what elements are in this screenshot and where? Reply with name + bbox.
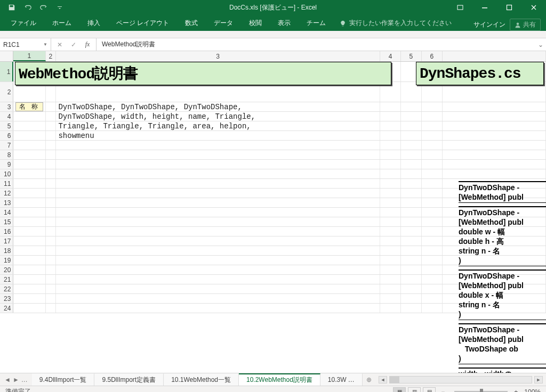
col-header[interactable]: 2 xyxy=(46,51,56,61)
zoom-handle[interactable] xyxy=(480,389,483,393)
name-box[interactable]: R1C1 ▼ xyxy=(0,38,51,51)
horizontal-scrollbar[interactable]: ◄ ► xyxy=(375,376,546,383)
tab-insert[interactable]: 挿入 xyxy=(80,15,108,31)
tab-team[interactable]: チーム xyxy=(299,15,333,31)
row-header[interactable]: 7 xyxy=(0,141,13,150)
tab-review[interactable]: 校閲 xyxy=(242,15,269,31)
row-header[interactable]: 12 xyxy=(0,189,13,198)
undo-icon[interactable] xyxy=(20,1,35,14)
row-header[interactable]: 18 xyxy=(0,246,13,255)
cell[interactable]: DynTwoDShape, DynTwoDShape, DynTwoDShape… xyxy=(56,102,380,111)
svg-rect-1 xyxy=(482,7,487,9)
row-header[interactable]: 24 xyxy=(0,304,13,313)
minimize-icon[interactable] xyxy=(472,0,497,15)
cell[interactable]: DynTwoDShape, width, height, name, Trian… xyxy=(56,112,380,121)
tab-page-layout[interactable]: ページ レイアウト xyxy=(109,15,176,31)
status-ready: 準備完了 xyxy=(5,387,31,392)
row-header[interactable]: 19 xyxy=(0,256,13,265)
row-header[interactable]: 1 xyxy=(0,62,13,81)
svg-rect-2 xyxy=(507,5,512,10)
row-header[interactable]: 3 xyxy=(0,102,13,111)
row-header[interactable]: 22 xyxy=(0,284,13,293)
row-header[interactable]: 20 xyxy=(0,265,13,274)
right-code-panel: DynTwoDShape - [WebMethod] publ DynTwoDS… xyxy=(459,181,546,373)
sheet-tabs: 9.4DllImport一覧 9.5DllImport定義書 10.1WebMe… xyxy=(32,373,363,386)
signin-link[interactable]: サインイン xyxy=(473,20,505,29)
scroll-thumb[interactable] xyxy=(390,377,399,383)
row-header[interactable]: 4 xyxy=(0,112,13,121)
fx-icon[interactable]: fx xyxy=(82,40,93,48)
nav-more-icon[interactable]: … xyxy=(21,376,28,383)
formula-input[interactable]: WebMethod説明書 xyxy=(97,38,535,51)
save-icon[interactable] xyxy=(4,1,19,14)
scroll-right-icon[interactable]: ► xyxy=(534,376,543,383)
view-page-layout-icon[interactable]: ▥ xyxy=(408,387,421,393)
scroll-track[interactable] xyxy=(389,376,532,383)
expand-formula-icon[interactable]: ⌄ xyxy=(535,38,546,51)
tab-formulas[interactable]: 数式 xyxy=(178,15,205,31)
col-header[interactable] xyxy=(443,51,546,61)
sheet-tab[interactable]: 10.2WebMethod説明書 xyxy=(239,373,320,386)
sheet-tab-strip: ◄ ► … 9.4DllImport一覧 9.5DllImport定義書 10.… xyxy=(0,373,546,386)
zoom-in-icon[interactable]: + xyxy=(514,388,518,393)
cell[interactable]: showmenu xyxy=(56,131,380,140)
sheet-nav: ◄ ► … xyxy=(0,376,32,383)
qat-customize-icon[interactable] xyxy=(52,1,67,14)
row-header[interactable]: 10 xyxy=(0,169,13,178)
row-header[interactable]: 17 xyxy=(0,236,13,246)
row-header[interactable]: 5 xyxy=(0,121,13,130)
row-header[interactable]: 2 xyxy=(0,82,13,102)
select-all-corner[interactable] xyxy=(0,51,13,61)
cell[interactable]: Triangle, Triangle, Triangle, area, help… xyxy=(56,121,380,130)
view-page-break-icon[interactable]: ▤ xyxy=(423,387,436,393)
svg-point-3 xyxy=(517,22,519,25)
confirm-icon[interactable]: ✓ xyxy=(68,41,79,48)
tab-home[interactable]: ホーム xyxy=(45,15,79,31)
row-header[interactable]: 14 xyxy=(0,208,13,217)
nav-prev-icon[interactable]: ◄ xyxy=(4,376,11,383)
sheet-tab[interactable]: 9.4DllImport一覧 xyxy=(32,373,95,386)
col-header[interactable]: 1 xyxy=(13,51,45,61)
row-header[interactable]: 23 xyxy=(0,294,13,303)
spreadsheet-grid[interactable]: 1 2 3 4 5 6 1 2 3名 称DynTwoDShape, DynTwo… xyxy=(0,51,546,373)
share-button[interactable]: 共有 xyxy=(510,19,541,31)
title-bar: DocCs.xls [保護ビュー] - Excel xyxy=(0,0,546,15)
status-bar: 準備完了 ▦ ▥ ▤ − + 100% xyxy=(0,386,546,392)
zoom-level[interactable]: 100% xyxy=(524,388,541,393)
sheet-tab[interactable]: 9.5DllImport定義書 xyxy=(94,373,164,386)
col-header[interactable]: 3 xyxy=(56,51,380,61)
label-box: 名 称 xyxy=(15,102,43,111)
col-header[interactable]: 4 xyxy=(380,51,401,61)
sheet-title-right: DynShapes.cs xyxy=(416,62,544,85)
tab-data[interactable]: データ xyxy=(206,15,240,31)
row-header[interactable]: 8 xyxy=(0,150,13,159)
chevron-down-icon[interactable]: ▼ xyxy=(43,42,47,47)
svg-rect-0 xyxy=(457,5,463,10)
tell-me-search[interactable]: 実行したい作業を入力してください xyxy=(334,15,457,31)
row-header[interactable]: 11 xyxy=(0,179,13,188)
tab-file[interactable]: ファイル xyxy=(3,15,44,31)
add-sheet-button[interactable]: ⊕ xyxy=(363,376,375,383)
nav-next-icon[interactable]: ► xyxy=(13,376,19,383)
redo-icon[interactable] xyxy=(36,1,51,14)
row-header[interactable]: 9 xyxy=(0,160,13,169)
col-header[interactable]: 5 xyxy=(401,51,422,61)
maximize-icon[interactable] xyxy=(497,0,521,15)
row-header[interactable]: 15 xyxy=(0,217,13,226)
row-header[interactable]: 6 xyxy=(0,131,13,140)
tab-view[interactable]: 表示 xyxy=(270,15,298,31)
cancel-icon[interactable]: ✕ xyxy=(54,41,65,48)
col-header[interactable]: 6 xyxy=(422,51,443,61)
lightbulb-icon xyxy=(340,20,346,27)
scroll-left-icon[interactable]: ◄ xyxy=(379,376,387,383)
view-normal-icon[interactable]: ▦ xyxy=(393,387,406,393)
window-title: DocCs.xls [保護ビュー] - Excel xyxy=(229,3,317,12)
ribbon-options-icon[interactable] xyxy=(448,0,472,15)
sheet-tab[interactable]: 10.3W … xyxy=(320,373,363,386)
row-header[interactable]: 21 xyxy=(0,275,13,284)
row-header[interactable]: 16 xyxy=(0,227,13,236)
row-header[interactable]: 13 xyxy=(0,198,13,207)
zoom-out-icon[interactable]: − xyxy=(441,388,445,393)
sheet-tab[interactable]: 10.1WebMethod一覧 xyxy=(164,373,239,386)
close-icon[interactable] xyxy=(521,0,546,15)
